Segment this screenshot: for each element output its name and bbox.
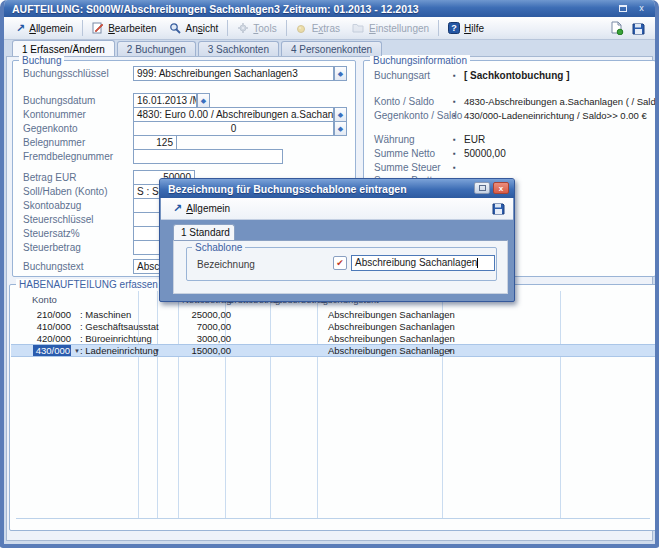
text-caret <box>477 258 478 268</box>
window-title: AUFTEILUNG: S000W/Abschreibungen Sachanl… <box>4 3 419 15</box>
belegnummer-label: Belegnummer <box>23 137 85 148</box>
steuerschluessel-label: Steuerschlüssel <box>23 214 94 225</box>
dialog-restore-button[interactable] <box>474 182 490 194</box>
edit-page-icon <box>92 22 104 34</box>
bullet-icon: ▪ <box>453 111 456 120</box>
bullet-icon: ▪ <box>453 149 456 158</box>
extras-icon <box>296 22 308 34</box>
row-netto: 15000,00 <box>161 345 231 356</box>
row-konto-selected[interactable]: 430/000 <box>33 345 71 356</box>
help-icon: ? <box>448 22 460 34</box>
restore-icon <box>619 5 627 12</box>
dialog-tab-standard[interactable]: 1 Standard <box>173 224 235 240</box>
fremdbelegnummer-field[interactable] <box>133 149 283 164</box>
gegenkonto-combo[interactable]: 0 <box>133 121 334 136</box>
table-row[interactable]: 410/000 : Geschäftsausstat 7000,00 Absch… <box>11 321 655 333</box>
kontonummer-spinner-icon[interactable]: ◆ <box>334 107 347 122</box>
svg-text:?: ? <box>451 23 457 33</box>
fremdbelegnummer-label: Fremdbelegnummer <box>23 151 113 162</box>
row-name: : Büroeinrichtung <box>80 333 152 344</box>
gegenkonto-saldo-value: 430/000-Ladeneinrichtung / Saldo>> 0.00 … <box>464 110 647 121</box>
bullet-icon: ▪ <box>453 163 456 172</box>
save-icon[interactable] <box>492 202 505 215</box>
belegnummer-field[interactable]: 125 <box>133 135 177 150</box>
text-dropdown-icon[interactable]: ▼ <box>447 348 453 354</box>
bullet-icon: ▪ <box>453 135 456 144</box>
kontonummer-combo[interactable]: 4830: Euro 0.00 / Abschreibungen a.Sacha… <box>133 107 334 122</box>
new-document-icon[interactable] <box>610 21 624 35</box>
toolbar-separator <box>286 20 287 36</box>
row-konto: 420/000 <box>33 333 71 344</box>
menu-einstellungen: Einstellungen <box>346 20 435 36</box>
save-icon[interactable] <box>632 22 645 35</box>
buchungsart-value: [ Sachkontobuchung ] <box>464 70 570 81</box>
buchungsschluessel-label: Buchungsschlüssel <box>23 68 109 79</box>
buchungsart-label: Buchungsart <box>374 70 430 81</box>
gegenkonto-spinner-icon[interactable]: ◆ <box>334 121 347 136</box>
menu-ansicht[interactable]: Ansicht <box>163 20 225 36</box>
skontoabzug-label: Skontoabzug <box>23 200 81 211</box>
confirm-check-icon[interactable]: ✔ <box>333 256 347 270</box>
buchungsschluessel-combo[interactable]: 999: Abschreibungen Sachanlagen3 <box>133 66 334 81</box>
restore-window-button[interactable] <box>615 2 630 14</box>
bezeichnung-label: Bezeichnung <box>197 259 255 270</box>
sollhaben-label: Soll/Haben (Konto) <box>23 186 108 197</box>
buchung-group-label: Buchung <box>19 55 64 66</box>
row-name: : Geschäftsausstat <box>80 321 159 332</box>
row-text: Abschreibungen Sachanlagen <box>328 321 455 332</box>
menu-allgemein[interactable]: ↗ Allgemein <box>10 21 79 36</box>
column-header-konto[interactable]: Konto <box>32 294 57 305</box>
buchungsdatum-label: Buchungsdatum <box>23 95 95 106</box>
table-bottom-line <box>16 518 650 519</box>
buchungsdatum-spinner-icon[interactable]: ◆ <box>197 93 210 108</box>
row-netto: 3000,00 <box>161 333 231 344</box>
buchungstext-label: Buchungstext <box>23 261 84 272</box>
tab-sachkonten[interactable]: 3 Sachkonten <box>198 41 279 56</box>
kontonummer-label: Kontonummer <box>23 109 86 120</box>
summe-netto-label: Summe Netto <box>374 148 435 159</box>
bezeichnung-input[interactable]: Abschreibung Sachanlagen <box>351 255 495 271</box>
gegenkonto-saldo-label: Gegenkonto / Saldo <box>374 110 462 121</box>
dialog-menu-row: ↗ Allgemein <box>161 198 513 220</box>
betrag-label: Betrag EUR <box>23 172 76 183</box>
row-name: : Ladeneinrichtung <box>80 345 158 356</box>
tab-buchungen[interactable]: 2 Buchungen <box>117 41 196 56</box>
tab-erfassen-aendern[interactable]: 1 Erfassen/Ändern <box>12 40 115 56</box>
table-row-selected[interactable]: 430/000 ▼ : Ladeneinrichtung ▼ 15000,00 … <box>11 344 655 357</box>
row-text: Abschreibungen Sachanlagen <box>328 309 455 320</box>
tab-personenkonten[interactable]: 4 Personenkonten <box>281 41 382 56</box>
summe-steuer-label: Summe Steuer <box>374 162 441 173</box>
habenaufteilung-group-label: HABENAUFTEILUNG erfassen <box>16 279 161 290</box>
summe-netto-value: 50000,00 <box>464 148 506 159</box>
gegenkonto-label: Gegenkonto <box>23 123 78 134</box>
buchungsdatum-field[interactable]: 16.01.2013 /Mi <box>133 93 197 108</box>
name-dropdown-icon[interactable]: ▼ <box>154 348 160 354</box>
dialog-menu-allgemein[interactable]: ↗ Allgemein <box>169 201 234 216</box>
title-bar: AUFTEILUNG: S000W/Abschreibungen Sachanl… <box>4 0 655 17</box>
dialog-title: Bezeichnung für Buchungsschablone eintra… <box>160 183 407 195</box>
menu-extras: Extras <box>290 20 346 36</box>
bullet-icon: ▪ <box>453 71 456 80</box>
table-row[interactable]: 210/000 : Maschinen 25000,00 Abschreibun… <box>11 309 655 321</box>
row-netto: 25000,00 <box>161 309 231 320</box>
arrow-ne-icon: ↗ <box>16 23 25 34</box>
buchungsschluessel-spinner-icon[interactable]: ◆ <box>334 66 347 81</box>
steuerbetrag-label: Steuerbetrag <box>23 242 81 253</box>
konto-saldo-value: 4830-Abschreibungen a.Sachanlagen ( / Sa… <box>464 96 659 107</box>
toolbar-separator <box>82 20 83 36</box>
menu-toolbar: ↗ Allgemein Bearbeiten Ansicht Tools Ext… <box>4 17 655 40</box>
dialog-close-button[interactable]: x <box>493 182 509 194</box>
menu-hilfe[interactable]: ? Hilfe <box>442 20 490 36</box>
dialog-title-bar: Bezeichnung für Buchungsschablone eintra… <box>160 179 514 198</box>
habenaufteilung-group: HABENAUFTEILUNG erfassen Konto Nettobetr… <box>9 284 657 531</box>
close-window-button[interactable]: x <box>634 2 649 14</box>
row-konto: 210/000 <box>33 309 71 320</box>
konto-saldo-label: Konto / Saldo <box>374 96 434 107</box>
menu-bearbeiten[interactable]: Bearbeiten <box>86 20 162 36</box>
schablone-group: Schablone Bezeichnung ✔ Abschreibung Sac… <box>186 247 497 281</box>
steuersatz-label: Steuersatz% <box>23 228 80 239</box>
waehrung-value: EUR <box>464 134 485 145</box>
tab-strip: 1 Erfassen/Ändern 2 Buchungen 3 Sachkont… <box>12 41 382 56</box>
toolbar-separator <box>438 20 439 36</box>
arrow-ne-icon: ↗ <box>173 203 182 214</box>
